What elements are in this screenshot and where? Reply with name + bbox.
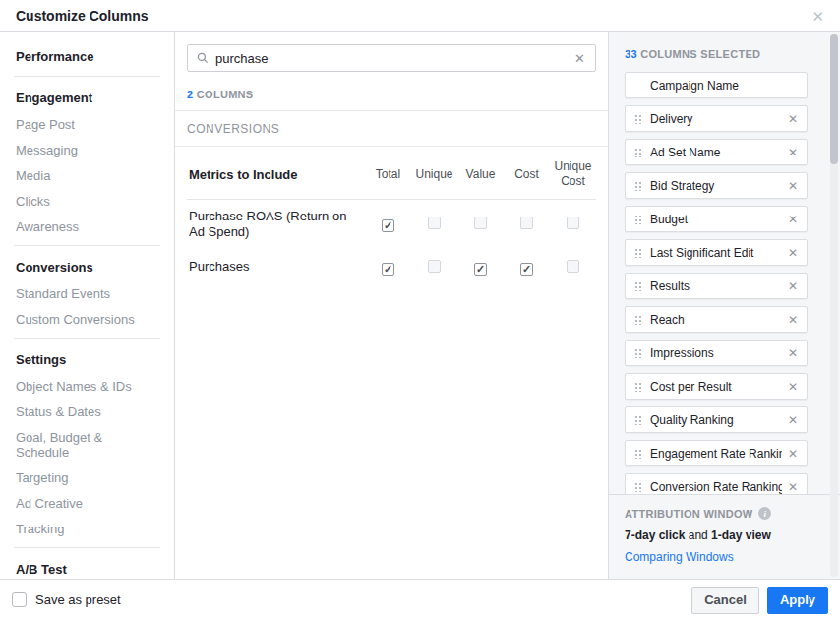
- clear-search-icon[interactable]: ✕: [573, 51, 586, 66]
- attribution-window-title: ATTRIBUTION WINDOW: [625, 508, 752, 520]
- selected-column-impressions[interactable]: Impressions✕: [625, 340, 808, 366]
- remove-column-icon[interactable]: ✕: [788, 180, 798, 192]
- drag-handle-icon[interactable]: [634, 280, 641, 291]
- sidebar-section-performance[interactable]: Performance: [0, 40, 174, 71]
- results-count-line: 2 COLUMNS: [175, 72, 608, 111]
- selected-column-label: Budget: [650, 213, 782, 226]
- info-icon[interactable]: i: [758, 507, 771, 520]
- drag-handle-icon[interactable]: [634, 347, 641, 358]
- selected-column-campaign-name[interactable]: Campaign Name: [625, 72, 808, 98]
- remove-column-icon[interactable]: ✕: [788, 314, 798, 326]
- column-header-total: Total: [365, 147, 411, 200]
- remove-column-icon[interactable]: ✕: [788, 247, 798, 259]
- selected-columns-header: 33 COLUMNS SELECTED: [609, 32, 840, 72]
- drag-handle-icon[interactable]: [634, 481, 641, 492]
- selected-column-ad-set-name[interactable]: Ad Set Name✕: [625, 139, 808, 165]
- cancel-button[interactable]: Cancel: [691, 587, 759, 614]
- sidebar-item-custom-conversions[interactable]: Custom Conversions: [0, 307, 174, 333]
- remove-column-icon[interactable]: ✕: [788, 280, 798, 292]
- attribution-window-title-row: ATTRIBUTION WINDOW i: [625, 507, 824, 520]
- drag-handle-icon[interactable]: [634, 381, 641, 392]
- selected-column-cost-per-result[interactable]: Cost per Result✕: [625, 373, 808, 400]
- sidebar-section-engagement[interactable]: Engagement: [0, 82, 174, 112]
- selected-column-label: Reach: [650, 313, 782, 327]
- remove-column-icon[interactable]: ✕: [788, 481, 798, 493]
- sidebar-section-conversions[interactable]: Conversions: [0, 251, 174, 281]
- metric-checkbox-purchases-unique[interactable]: [428, 260, 441, 273]
- scrollbar-thumb[interactable]: [830, 34, 838, 164]
- check-cell: [365, 250, 411, 285]
- sidebar-item-ad-creative[interactable]: Ad Creative: [0, 491, 174, 517]
- sidebar-section-settings[interactable]: Settings: [0, 343, 174, 374]
- metric-checkbox-purchase-roas-return-on-ad-spend-value[interactable]: [474, 217, 487, 229]
- dialog-body: PerformanceEngagementPage PostMessagingM…: [0, 32, 840, 579]
- drag-handle-icon[interactable]: [634, 180, 641, 191]
- selected-column-label: Impressions: [650, 346, 782, 360]
- metric-checkbox-purchases-total[interactable]: [382, 263, 394, 276]
- selected-column-results[interactable]: Results✕: [625, 273, 808, 299]
- selected-column-last-significant-edit[interactable]: Last Significant Edit✕: [625, 239, 808, 266]
- close-icon[interactable]: ✕: [811, 9, 824, 24]
- selected-column-reach[interactable]: Reach✕: [625, 306, 808, 333]
- sidebar-item-messaging[interactable]: Messaging: [0, 138, 174, 163]
- metric-checkbox-purchases-unique-cost[interactable]: [567, 260, 579, 273]
- attribution-view-window: 1-day view: [711, 528, 771, 542]
- search-input[interactable]: [215, 51, 573, 66]
- sidebar-item-page-post[interactable]: Page Post: [0, 112, 174, 138]
- sidebar-item-goal-budget-schedule[interactable]: Goal, Budget & Schedule: [0, 425, 174, 465]
- selected-columns-list: Campaign NameDelivery✕Ad Set Name✕Bid St…: [609, 72, 840, 494]
- results-count: 2: [187, 89, 193, 100]
- sidebar-divider: [14, 245, 160, 246]
- column-header-unique: Unique: [411, 147, 457, 200]
- metric-checkbox-purchase-roas-return-on-ad-spend-unique[interactable]: [428, 217, 441, 229]
- remove-column-icon[interactable]: ✕: [788, 381, 798, 393]
- drag-handle-icon[interactable]: [634, 414, 641, 425]
- column-header-cost: Cost: [504, 147, 550, 200]
- sidebar-item-clicks[interactable]: Clicks: [0, 189, 174, 215]
- sidebar-item-object-names-ids[interactable]: Object Names & IDs: [0, 374, 174, 400]
- metric-row-purchases: Purchases: [187, 250, 596, 285]
- selected-column-delivery[interactable]: Delivery✕: [625, 105, 808, 132]
- metric-checkbox-purchase-roas-return-on-ad-spend-total[interactable]: [382, 219, 394, 232]
- remove-column-icon[interactable]: ✕: [788, 147, 798, 158]
- selected-column-label: Results: [650, 279, 782, 293]
- sidebar-item-media[interactable]: Media: [0, 163, 174, 189]
- remove-column-icon[interactable]: ✕: [788, 113, 798, 125]
- drag-handle-icon[interactable]: [634, 113, 641, 124]
- selected-column-budget[interactable]: Budget✕: [625, 206, 808, 232]
- drag-handle-icon[interactable]: [634, 314, 641, 325]
- sidebar-section-a-b-test[interactable]: A/B Test: [0, 553, 174, 579]
- sidebar-item-awareness[interactable]: Awareness: [0, 215, 174, 240]
- remove-column-icon[interactable]: ✕: [788, 347, 798, 359]
- sidebar-item-standard-events[interactable]: Standard Events: [0, 281, 174, 307]
- comparing-windows-link[interactable]: Comparing Windows: [625, 550, 734, 564]
- drag-handle-icon[interactable]: [634, 448, 641, 459]
- selected-column-quality-ranking[interactable]: Quality Ranking✕: [625, 406, 808, 433]
- attribution-connector: and: [685, 528, 711, 542]
- remove-column-icon[interactable]: ✕: [788, 414, 798, 426]
- selected-column-bid-strategy[interactable]: Bid Strategy✕: [625, 172, 808, 199]
- metric-checkbox-purchases-cost[interactable]: [520, 263, 533, 276]
- selected-column-label: Campaign Name: [650, 79, 807, 93]
- scrollbar[interactable]: [830, 34, 838, 577]
- sidebar-item-status-dates[interactable]: Status & Dates: [0, 400, 174, 425]
- sidebar-item-targeting[interactable]: Targeting: [0, 465, 174, 491]
- drag-handle-icon[interactable]: [634, 147, 641, 157]
- metric-checkbox-purchase-roas-return-on-ad-spend-unique-cost[interactable]: [567, 217, 579, 229]
- remove-column-icon[interactable]: ✕: [788, 448, 798, 460]
- search-bar[interactable]: ✕: [187, 44, 596, 72]
- drag-handle-icon[interactable]: [634, 214, 641, 224]
- sidebar-item-tracking[interactable]: Tracking: [0, 517, 174, 542]
- metrics-panel: ✕ 2 COLUMNS CONVERSIONS Metrics to Inclu…: [175, 32, 608, 579]
- selected-column-conversion-rate-ranking[interactable]: Conversion Rate Ranking✕: [625, 473, 808, 494]
- selected-column-label: Cost per Result: [650, 380, 782, 394]
- drag-handle-icon[interactable]: [634, 247, 641, 258]
- metric-checkbox-purchases-value[interactable]: [474, 263, 487, 276]
- save-as-preset-checkbox[interactable]: [12, 592, 27, 607]
- footer-buttons: Cancel Apply: [691, 587, 828, 614]
- remove-column-icon[interactable]: ✕: [788, 214, 798, 225]
- metric-checkbox-purchase-roas-return-on-ad-spend-cost[interactable]: [520, 217, 533, 229]
- selected-column-engagement-rate-ranking[interactable]: Engagement Rate Ranking✕: [625, 440, 808, 466]
- apply-button[interactable]: Apply: [767, 587, 828, 614]
- selected-column-label: Last Significant Edit: [650, 246, 782, 260]
